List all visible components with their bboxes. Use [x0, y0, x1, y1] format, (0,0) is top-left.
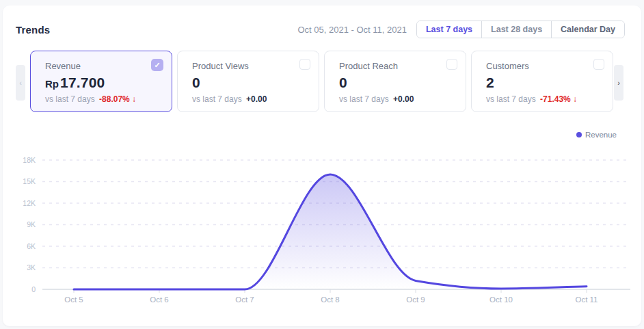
value-number: 17.700 [60, 75, 105, 90]
range-button-last-28-days[interactable]: Last 28 days [481, 21, 551, 38]
svg-text:15K: 15K [23, 177, 36, 185]
metric-card-customers[interactable]: Customers 2 vs last 7 days -71.43% ↓ [471, 51, 613, 112]
card-top: Customers [486, 59, 604, 71]
compare-label: vs last 7 days [192, 94, 242, 104]
compare-label: vs last 7 days [45, 94, 95, 104]
delta-value: -71.43% ↓ [540, 94, 577, 104]
check-icon: ✓ [154, 61, 160, 70]
svg-text:Oct 8: Oct 8 [321, 295, 339, 304]
card-top: Revenue ✓ [45, 59, 163, 71]
metric-title: Product Views [192, 61, 249, 71]
legend-item-revenue[interactable]: Revenue [576, 131, 617, 139]
metric-title: Revenue [45, 61, 81, 71]
metric-checkbox-checked[interactable]: ✓ [151, 59, 163, 71]
range-button-last-7-days[interactable]: Last 7 days [417, 21, 481, 38]
svg-text:Oct 5: Oct 5 [64, 295, 83, 304]
chevron-left-icon: ‹ [19, 79, 22, 87]
metric-compare: vs last 7 days +0.00 [339, 94, 457, 104]
svg-text:6K: 6K [27, 242, 36, 250]
svg-text:9K: 9K [27, 220, 36, 228]
svg-text:Oct 7: Oct 7 [235, 295, 254, 304]
svg-text:Oct 9: Oct 9 [406, 295, 425, 304]
svg-text:3K: 3K [27, 263, 36, 272]
metric-title: Product Reach [339, 61, 398, 71]
metric-compare: vs last 7 days -71.43% ↓ [486, 94, 604, 104]
metric-value: 0 [339, 75, 457, 92]
chevron-right-icon: › [617, 79, 620, 87]
chart-legend: Revenue [576, 131, 617, 139]
svg-text:Oct 6: Oct 6 [150, 295, 168, 304]
metric-card-revenue[interactable]: Revenue ✓ Rp17.700 vs last 7 days -88.07… [30, 51, 172, 112]
metric-card-product-reach[interactable]: Product Reach 0 vs last 7 days +0.00 [324, 51, 466, 112]
svg-text:Oct 10: Oct 10 [489, 295, 513, 304]
panel-header: Trends Oct 05, 2021 - Oct 11, 2021 Last … [3, 5, 641, 38]
delta-value: -88.07% ↓ [99, 94, 136, 104]
page-title: Trends [16, 24, 50, 36]
metric-title: Customers [486, 61, 529, 71]
value-number: 2 [486, 75, 494, 90]
trends-chart-svg: 03K6K9K12K15K18KOct 5Oct 6Oct 7Oct 8Oct … [3, 149, 641, 317]
metric-checkbox-unchecked[interactable] [593, 59, 604, 70]
metric-checkbox-unchecked[interactable] [446, 59, 457, 70]
value-number: 0 [192, 75, 200, 90]
value-number: 0 [339, 75, 347, 90]
compare-label: vs last 7 days [339, 94, 389, 104]
metric-compare: vs last 7 days -88.07% ↓ [45, 94, 163, 104]
metric-cards-row: Revenue ✓ Rp17.700 vs last 7 days -88.07… [30, 51, 613, 112]
svg-text:18K: 18K [23, 156, 36, 164]
legend-label: Revenue [585, 131, 617, 139]
metric-value: 2 [486, 75, 604, 92]
trends-chart: 03K6K9K12K15K18KOct 5Oct 6Oct 7Oct 8Oct … [3, 149, 641, 317]
date-range-label: Oct 05, 2021 - Oct 11, 2021 [297, 25, 406, 35]
metric-value: Rp17.700 [45, 75, 163, 92]
legend-dot-icon [576, 132, 582, 137]
delta-value: +0.00 [246, 94, 267, 104]
trends-panel: Trends Oct 05, 2021 - Oct 11, 2021 Last … [3, 5, 641, 326]
header-controls: Oct 05, 2021 - Oct 11, 2021 Last 7 days … [297, 21, 625, 38]
date-range-segmented-control: Last 7 days Last 28 days Calendar Day [416, 21, 625, 38]
metric-value: 0 [192, 75, 310, 92]
compare-label: vs last 7 days [486, 94, 536, 104]
currency-label: Rp [45, 78, 59, 90]
card-top: Product Reach [339, 59, 457, 71]
metric-compare: vs last 7 days +0.00 [192, 94, 310, 104]
carousel-prev-button[interactable]: ‹ [16, 65, 25, 101]
delta-value: +0.00 [393, 94, 414, 104]
card-top: Product Views [192, 59, 310, 71]
range-button-calendar-day[interactable]: Calendar Day [551, 21, 624, 38]
metric-card-product-views[interactable]: Product Views 0 vs last 7 days +0.00 [177, 51, 319, 112]
carousel-next-button[interactable]: › [614, 65, 623, 101]
svg-text:0: 0 [31, 285, 36, 293]
svg-text:Oct 11: Oct 11 [575, 295, 598, 304]
metric-checkbox-unchecked[interactable] [299, 59, 310, 70]
svg-text:12K: 12K [23, 199, 36, 207]
